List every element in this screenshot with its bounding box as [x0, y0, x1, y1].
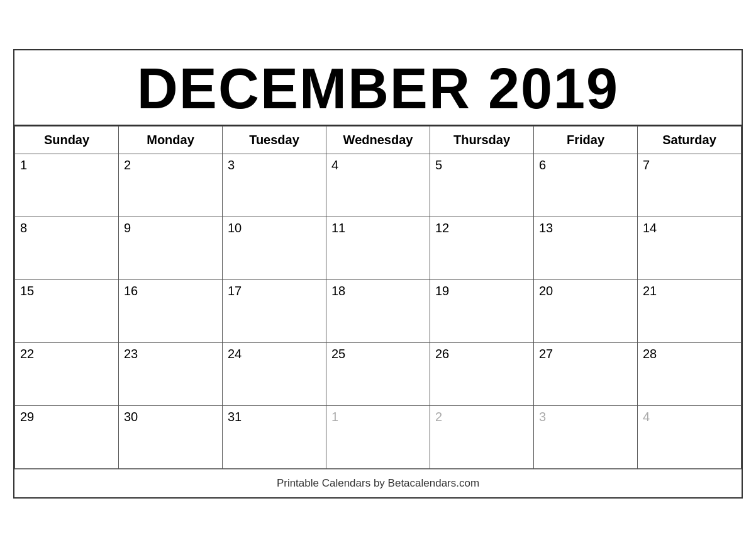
calendar-cell: 26: [430, 342, 534, 405]
day-header-friday: Friday: [534, 126, 638, 154]
week-row-5: 2930311234: [15, 405, 742, 468]
calendar-cell: 19: [430, 279, 534, 342]
week-row-3: 15161718192021: [15, 279, 742, 342]
calendar-cell: 18: [326, 279, 430, 342]
calendar-cell: 25: [326, 342, 430, 405]
calendar-cell: 10: [223, 217, 326, 279]
calendar-cell: 22: [15, 342, 119, 405]
day-header-monday: Monday: [119, 126, 223, 154]
calendar-table: SundayMondayTuesdayWednesdayThursdayFrid…: [14, 126, 742, 469]
calendar-title: DECEMBER 2019: [14, 50, 742, 126]
calendar-cell: 30: [119, 405, 223, 468]
day-header-thursday: Thursday: [430, 126, 534, 154]
day-header-tuesday: Tuesday: [223, 126, 326, 154]
calendar-cell: 2: [119, 154, 223, 217]
calendar-cell: 21: [638, 279, 742, 342]
calendar-cell: 16: [119, 279, 223, 342]
week-row-1: 1234567: [15, 154, 742, 217]
calendar-cell: 8: [15, 217, 119, 279]
calendar-cell: 4: [326, 154, 430, 217]
calendar-cell: 11: [326, 217, 430, 279]
calendar-cell: 9: [119, 217, 223, 279]
calendar-cell: 24: [223, 342, 326, 405]
day-header-saturday: Saturday: [638, 126, 742, 154]
calendar-footer: Printable Calendars by Betacalendars.com: [14, 469, 742, 497]
calendar-cell: 12: [430, 217, 534, 279]
calendar-cell: 31: [223, 405, 326, 468]
day-header-wednesday: Wednesday: [326, 126, 430, 154]
calendar-cell: 14: [638, 217, 742, 279]
calendar: DECEMBER 2019 SundayMondayTuesdayWednesd…: [13, 49, 743, 499]
calendar-cell: 3: [223, 154, 326, 217]
calendar-cell: 29: [15, 405, 119, 468]
calendar-cell: 1: [15, 154, 119, 217]
week-row-4: 22232425262728: [15, 342, 742, 405]
calendar-cell: 20: [534, 279, 638, 342]
calendar-cell: 5: [430, 154, 534, 217]
week-row-2: 891011121314: [15, 217, 742, 279]
calendar-cell: 3: [534, 405, 638, 468]
calendar-cell: 23: [119, 342, 223, 405]
day-header-sunday: Sunday: [15, 126, 119, 154]
calendar-cell: 7: [638, 154, 742, 217]
calendar-cell: 17: [223, 279, 326, 342]
calendar-cell: 15: [15, 279, 119, 342]
calendar-cell: 4: [638, 405, 742, 468]
calendar-cell: 27: [534, 342, 638, 405]
calendar-cell: 28: [638, 342, 742, 405]
calendar-cell: 1: [326, 405, 430, 468]
days-header-row: SundayMondayTuesdayWednesdayThursdayFrid…: [15, 126, 742, 154]
calendar-cell: 6: [534, 154, 638, 217]
calendar-cell: 2: [430, 405, 534, 468]
calendar-cell: 13: [534, 217, 638, 279]
